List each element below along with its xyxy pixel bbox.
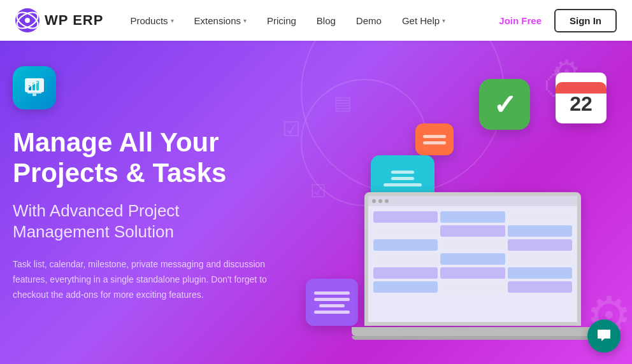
nav-extensions-label: Extensions [194,15,241,26]
logo-text: WP ERP [45,12,103,29]
bubble-line [391,177,414,180]
dash-cell [440,281,505,293]
svg-rect-5 [27,92,41,94]
doc-line [314,298,350,301]
window-dot [378,199,382,203]
navbar: WP ERP Products ▾ Extensions ▾ Pricing B… [0,0,632,41]
nav-get-help[interactable]: Get Help ▾ [393,10,454,31]
calendar-card: 22 [556,73,607,123]
card-line [423,135,446,138]
nav-extensions[interactable]: Extensions ▾ [185,10,255,31]
svg-point-3 [25,18,30,23]
dashboard-row [373,253,572,265]
hero-description: Task list, calendar, milestone, private … [13,257,280,302]
nav-demo-label: Demo [356,15,382,26]
chart-icon [23,76,46,99]
calendar-number: 22 [570,94,592,114]
dash-cell [373,239,438,251]
dash-cell [373,281,438,293]
dashboard-row [373,267,572,279]
chevron-down-icon: ▾ [243,17,247,24]
chat-button[interactable] [587,319,621,353]
dash-cell [440,253,505,265]
nav-demo[interactable]: Demo [347,10,391,31]
nav-blog[interactable]: Blog [308,10,345,31]
dash-cell [373,225,438,237]
dash-cell [508,211,572,223]
nav-products[interactable]: Products ▾ [121,10,182,31]
laptop-foot [352,336,594,340]
check-card [479,79,530,130]
join-free-link[interactable]: Join Free [495,10,545,31]
dash-cell [508,225,572,237]
hero-title: Manage All YourProjects & Tasks [13,127,287,189]
hero-right: 22 [275,41,632,364]
logo[interactable]: WP ERP [15,8,103,32]
doc-line [314,291,350,295]
dash-cell [440,239,505,251]
dash-cell [508,253,572,265]
dashboard-row [373,239,572,251]
orange-card [415,123,454,155]
dashboard-row [373,211,572,223]
nav-links: Products ▾ Extensions ▾ Pricing Blog Dem… [121,10,495,31]
dash-cell [508,239,572,251]
nav-pricing[interactable]: Pricing [258,10,305,31]
chevron-down-icon: ▾ [442,17,445,24]
hero-section: ⚙ ⚙ ⏱ ☑ ☑ ▤ Manage All YourProjects & Ta… [0,41,632,364]
doc-line [319,304,345,307]
dash-cell [373,267,438,279]
logo-icon [15,8,40,32]
doc-card [306,279,358,326]
window-dot [372,199,376,203]
laptop-illustration [352,192,594,345]
chevron-down-icon: ▾ [171,17,174,24]
laptop-screen [364,192,581,326]
dash-cell [373,211,438,223]
laptop-bar [368,196,577,206]
dash-cell [508,267,572,279]
nav-right: Join Free Sign In [495,9,617,32]
bubble-line [391,171,414,174]
bubble-line [384,183,422,186]
hero-subtitle: With Advanced ProjectManagement Solution [13,200,287,244]
dash-cell [440,211,505,223]
chat-icon [595,327,613,345]
doc-line [314,311,350,314]
nav-products-label: Products [130,15,168,26]
hero-left: Manage All YourProjects & Tasks With Adv… [0,41,306,364]
project-icon-box [13,66,56,109]
window-dot [385,199,389,203]
dash-cell [508,281,572,293]
dash-cell [373,253,438,265]
dash-cell [440,267,505,279]
dash-cell [440,225,505,237]
screen-content [368,206,577,300]
nav-get-help-label: Get Help [402,15,440,26]
laptop-base [352,327,594,336]
card-line [423,141,446,144]
dashboard-row [373,281,572,293]
svg-rect-6 [32,94,36,96]
sign-in-button[interactable]: Sign In [554,9,617,32]
nav-pricing-label: Pricing [267,15,296,26]
nav-blog-label: Blog [317,15,336,26]
dashboard-row [373,225,572,237]
